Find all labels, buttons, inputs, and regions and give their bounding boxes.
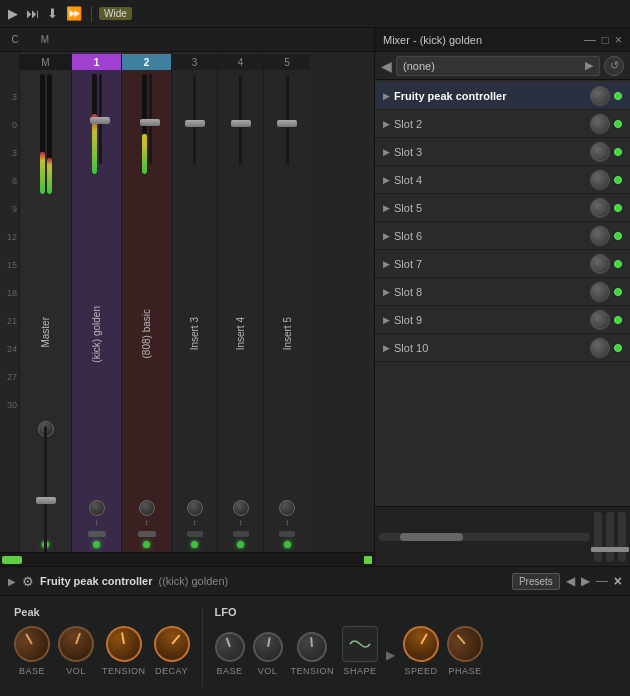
slot-8[interactable]: ▶ Slot 8 (375, 278, 630, 306)
slot-9-knob[interactable] (590, 310, 610, 330)
ch4-led[interactable] (237, 541, 244, 548)
slot-2-knob[interactable] (590, 114, 610, 134)
minimize-btn[interactable]: — (584, 33, 596, 47)
channel-master[interactable]: M Master (20, 52, 72, 552)
lfo-tension-knob[interactable] (296, 631, 329, 664)
mini-fader-2[interactable] (606, 512, 614, 562)
plugin-close-btn[interactable]: × (614, 573, 622, 589)
slot-5-name: Slot 5 (394, 202, 590, 214)
maximize-btn[interactable]: □ (602, 33, 609, 47)
ch4-pan-knob[interactable] (233, 500, 249, 516)
ch2-send-fader[interactable] (138, 531, 156, 537)
inserts-dropdown[interactable]: (none) ▶ (396, 56, 600, 76)
plugin-strip-arrow[interactable]: ▶ (8, 576, 16, 587)
ch3-pan-knob[interactable] (187, 500, 203, 516)
lfo-shape-btn[interactable] (342, 626, 378, 662)
slot-2-led[interactable] (614, 120, 622, 128)
channel-1[interactable]: 1 (kick) golden (72, 52, 122, 552)
ch2-led[interactable] (143, 541, 150, 548)
panel-close-btn[interactable]: × (615, 33, 622, 47)
ch4-fader-handle[interactable] (231, 120, 251, 127)
ch3-send-fader[interactable] (187, 531, 203, 537)
slot-3-knob[interactable] (590, 142, 610, 162)
nav-left-btn[interactable]: ◀ (566, 574, 575, 588)
nav-right-btn[interactable]: ▶ (581, 574, 590, 588)
ch2-arrows: ↕ (145, 518, 149, 527)
ch5-fader-handle[interactable] (277, 120, 297, 127)
lfo-base-knob[interactable] (210, 628, 248, 666)
slot-8-knob[interactable] (590, 282, 610, 302)
plugin-controls: Peak BASE VOL TENSION DECAY (0, 596, 630, 696)
lfo-speed-knob[interactable] (396, 619, 445, 668)
peak-tension-label: TENSION (102, 666, 146, 676)
ch2-fader-handle[interactable] (140, 119, 160, 126)
master-fader-handle[interactable] (36, 497, 56, 504)
step-icon[interactable]: ⏭ (24, 6, 41, 21)
clock-btn[interactable]: ↺ (604, 56, 624, 76)
slot-3-led[interactable] (614, 148, 622, 156)
col-c: C (4, 34, 26, 45)
slot-5[interactable]: ▶ Slot 5 (375, 194, 630, 222)
master-label: M (41, 57, 49, 68)
mini-fader-3-knob[interactable] (615, 547, 629, 552)
peak-base-knob[interactable] (7, 619, 56, 668)
channel-3[interactable]: 3 Insert 3 ↕ (172, 52, 218, 552)
mini-fader-1[interactable] (594, 512, 602, 562)
ch1-send-fader[interactable] (88, 531, 106, 537)
presets-btn[interactable]: Presets (512, 573, 560, 590)
lfo-vol-knob[interactable] (250, 630, 285, 665)
slot-5-led[interactable] (614, 204, 622, 212)
peak-tension-knob[interactable] (103, 623, 145, 665)
slot-2[interactable]: ▶ Slot 2 (375, 110, 630, 138)
slot-1[interactable]: ▶ Fruity peak controller (375, 82, 630, 110)
slot-4[interactable]: ▶ Slot 4 (375, 166, 630, 194)
plugin-gear-icon[interactable]: ⚙ (22, 574, 34, 589)
scrollbar-thumb[interactable] (400, 533, 463, 541)
channel-4[interactable]: 4 Insert 4 ↕ (218, 52, 264, 552)
nav-dash-btn[interactable]: — (596, 574, 608, 588)
record-icon[interactable]: ⬇ (45, 6, 60, 21)
slot-3[interactable]: ▶ Slot 3 (375, 138, 630, 166)
slot-7-led[interactable] (614, 260, 622, 268)
ch1-led[interactable] (93, 541, 100, 548)
mini-fader-3[interactable] (618, 512, 626, 562)
ch2-pan-knob[interactable] (139, 500, 155, 516)
mode-badge[interactable]: Wide (99, 7, 132, 20)
play-icon[interactable]: ▶ (6, 6, 20, 21)
ch3-fader-handle[interactable] (185, 120, 205, 127)
slot-4-knob[interactable] (590, 170, 610, 190)
ch5-pan-knob[interactable] (279, 500, 295, 516)
lfo-phase-knob[interactable] (440, 619, 491, 670)
slot-8-led[interactable] (614, 288, 622, 296)
ch5-led[interactable] (284, 541, 291, 548)
slot-7-knob[interactable] (590, 254, 610, 274)
slot-6-led[interactable] (614, 232, 622, 240)
main-container: ▶ ⏭ ⬇ ⏩ Wide C M 3 0 3 6 9 (0, 0, 630, 696)
slot-9-led[interactable] (614, 316, 622, 324)
slot-7[interactable]: ▶ Slot 7 (375, 250, 630, 278)
slot-9[interactable]: ▶ Slot 9 (375, 306, 630, 334)
ch5-send-fader[interactable] (279, 531, 295, 537)
panel-scrollbar[interactable] (379, 533, 590, 541)
slot-1-knob[interactable] (590, 86, 610, 106)
lfo-shape-arrow[interactable]: ▶ (386, 648, 395, 662)
slot-5-knob[interactable] (590, 198, 610, 218)
channel-5[interactable]: 5 Insert 5 ↕ (264, 52, 310, 552)
slot-10-led[interactable] (614, 344, 622, 352)
channel-2[interactable]: 2 (808) basic (122, 52, 172, 552)
slot-4-led[interactable] (614, 176, 622, 184)
peak-decay-knob[interactable] (146, 619, 197, 670)
inserts-back-btn[interactable]: ◀ (381, 58, 392, 74)
slot-10[interactable]: ▶ Slot 10 (375, 334, 630, 362)
slot-1-led[interactable] (614, 92, 622, 100)
slot-6-knob[interactable] (590, 226, 610, 246)
ch4-send-fader[interactable] (233, 531, 249, 537)
loop-icon[interactable]: ⏩ (64, 6, 84, 21)
ch1-pan-knob[interactable] (89, 500, 105, 516)
slot-10-knob[interactable] (590, 338, 610, 358)
mixer-area: C M 3 0 3 6 9 12 15 18 21 24 27 (0, 28, 375, 566)
ch1-fader-handle[interactable] (90, 117, 110, 124)
slot-6[interactable]: ▶ Slot 6 (375, 222, 630, 250)
peak-vol-knob[interactable] (53, 621, 99, 667)
ch3-led[interactable] (191, 541, 198, 548)
